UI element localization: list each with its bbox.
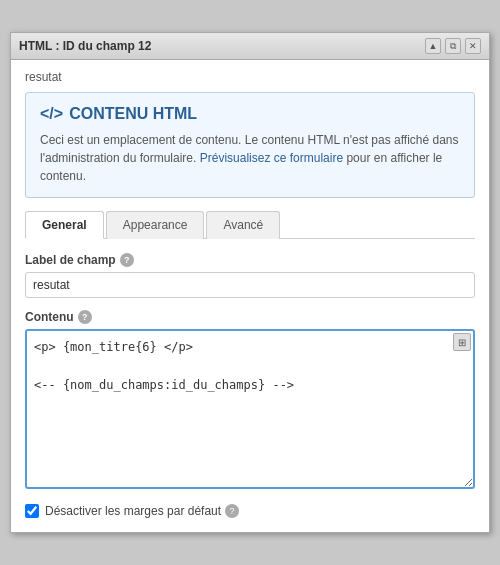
html-content-heading: CONTENU HTML <box>69 105 197 123</box>
disable-margins-checkbox[interactable] <box>25 504 39 518</box>
window-content: resutat </> CONTENU HTML Ceci est un emp… <box>11 60 489 532</box>
label-field-label: Label de champ ? <box>25 253 475 267</box>
tab-appearance[interactable]: Appearance <box>106 211 205 239</box>
checkbox-help-icon[interactable]: ? <box>225 504 239 518</box>
window-title: HTML : ID du champ 12 <box>19 39 151 53</box>
content-help-icon[interactable]: ? <box>78 310 92 324</box>
html-content-title: </> CONTENU HTML <box>40 105 460 123</box>
up-button[interactable]: ▲ <box>425 38 441 54</box>
html-code-icon: </> <box>40 105 63 123</box>
tab-general[interactable]: General <box>25 211 104 239</box>
field-name-label: resutat <box>25 70 475 84</box>
label-help-icon[interactable]: ? <box>120 253 134 267</box>
close-button[interactable]: ✕ <box>465 38 481 54</box>
tab-avance[interactable]: Avancé <box>206 211 280 239</box>
label-field-input[interactable] <box>25 272 475 298</box>
html-content-block: </> CONTENU HTML Ceci est un emplacement… <box>25 92 475 198</box>
title-bar-controls: ▲ ⧉ ✕ <box>425 38 481 54</box>
tabs-container: General Appearance Avancé <box>25 210 475 239</box>
disable-margins-label: Désactiver les marges par défaut ? <box>45 504 239 518</box>
checkbox-row: Désactiver les marges par défaut ? <box>25 504 475 518</box>
title-bar: HTML : ID du champ 12 ▲ ⧉ ✕ <box>11 33 489 60</box>
main-window: HTML : ID du champ 12 ▲ ⧉ ✕ resutat </> … <box>10 32 490 533</box>
textarea-wrapper: <p> {mon_titre{6} </p> <-- {nom_du_champ… <box>25 329 475 492</box>
content-field-label: Contenu ? <box>25 310 475 324</box>
copy-button[interactable]: ⧉ <box>445 38 461 54</box>
html-content-description: Ceci est un emplacement de contenu. Le c… <box>40 131 460 185</box>
textarea-expand-icon[interactable]: ⊞ <box>453 333 471 351</box>
content-textarea[interactable]: <p> {mon_titre{6} </p> <-- {nom_du_champ… <box>25 329 475 489</box>
label-field-row: Label de champ ? <box>25 253 475 298</box>
preview-link[interactable]: Prévisualisez ce formulaire <box>200 151 343 165</box>
content-field-row: Contenu ? <p> {mon_titre{6} </p> <-- {no… <box>25 310 475 492</box>
